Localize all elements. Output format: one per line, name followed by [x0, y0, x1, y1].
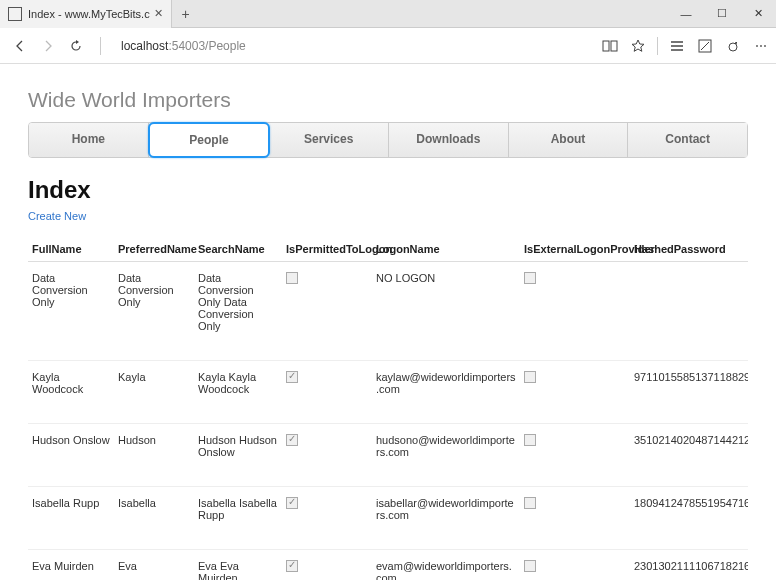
- table-cell: Isabella: [114, 487, 194, 550]
- table-cell: [520, 262, 630, 361]
- people-table: FullNamePreferredNameSearchNameIsPermitt…: [28, 237, 748, 580]
- browser-toolbar: localhost:54003/People ⋯: [0, 28, 776, 64]
- table-cell: Isabella Isabella Rupp: [194, 487, 282, 550]
- back-button[interactable]: [6, 32, 34, 60]
- minimize-button[interactable]: —: [668, 0, 704, 28]
- arrow-left-icon: [13, 39, 27, 53]
- table-cell: Data Conversion Only Data Conversion Onl…: [194, 262, 282, 361]
- table-cell: 230130211110671821631481: [630, 550, 748, 581]
- table-cell: Data Conversion Only: [28, 262, 114, 361]
- table-cell: 180941247855195471691651: [630, 487, 748, 550]
- table-cell: Hudson: [114, 424, 194, 487]
- nav-item-services[interactable]: Services: [269, 123, 389, 157]
- refresh-icon: [69, 39, 83, 53]
- url-path: :54003/People: [168, 39, 245, 53]
- table-cell: evam@wideworldimporters.com: [372, 550, 520, 581]
- table-cell: [282, 424, 372, 487]
- column-header: IsPermittedToLogon: [282, 237, 372, 262]
- table-cell: Eva Eva Muirden: [194, 550, 282, 581]
- create-new-link[interactable]: Create New: [28, 210, 86, 222]
- toolbar-right: ⋯: [601, 37, 770, 55]
- table-cell: [282, 487, 372, 550]
- nav-item-about[interactable]: About: [509, 123, 629, 157]
- table-cell: [520, 361, 630, 424]
- maximize-button[interactable]: ☐: [704, 0, 740, 28]
- checkbox-icon: [286, 434, 298, 446]
- table-cell: [282, 262, 372, 361]
- table-cell: hudsono@wideworldimporters.com: [372, 424, 520, 487]
- svg-rect-0: [603, 41, 609, 51]
- column-header: HashedPassword: [630, 237, 748, 262]
- column-header: LogonName: [372, 237, 520, 262]
- site-title: Wide World Importers: [28, 88, 748, 112]
- hub-icon[interactable]: [668, 37, 686, 55]
- arrow-right-icon: [41, 39, 55, 53]
- table-cell: Kayla: [114, 361, 194, 424]
- table-row: Eva MuirdenEvaEva Eva Muirdenevam@widewo…: [28, 550, 748, 581]
- table-cell: [520, 487, 630, 550]
- table-row: Isabella RuppIsabellaIsabella Isabella R…: [28, 487, 748, 550]
- refresh-button[interactable]: [62, 32, 90, 60]
- table-cell: 351021402048714421234147: [630, 424, 748, 487]
- window-titlebar: Index - www.MyTecBits.c ✕ + — ☐ ✕: [0, 0, 776, 28]
- table-cell: Hudson Hudson Onslow: [194, 424, 282, 487]
- nav-item-downloads[interactable]: Downloads: [389, 123, 509, 157]
- table-cell: [630, 262, 748, 361]
- table-cell: isabellar@wideworldimporters.com: [372, 487, 520, 550]
- share-icon[interactable]: [724, 37, 742, 55]
- forward-button[interactable]: [34, 32, 62, 60]
- table-cell: [520, 424, 630, 487]
- window-controls: — ☐ ✕: [668, 0, 776, 28]
- page-icon: [8, 7, 22, 21]
- notes-icon[interactable]: [696, 37, 714, 55]
- favorite-icon[interactable]: [629, 37, 647, 55]
- table-cell: Kayla Woodcock: [28, 361, 114, 424]
- toolbar-separator: [657, 37, 658, 55]
- page-heading: Index: [28, 176, 748, 204]
- more-icon[interactable]: ⋯: [752, 37, 770, 55]
- checkbox-icon: [524, 272, 536, 284]
- table-cell: 971101558513711882941272: [630, 361, 748, 424]
- checkbox-icon: [286, 497, 298, 509]
- table-body: Data Conversion OnlyData Conversion Only…: [28, 262, 748, 581]
- table-cell: kaylaw@wideworldimporters.com: [372, 361, 520, 424]
- svg-point-6: [729, 43, 737, 51]
- column-header: SearchName: [194, 237, 282, 262]
- checkbox-icon: [524, 497, 536, 509]
- table-cell: [282, 361, 372, 424]
- table-cell: Data Conversion Only: [114, 262, 194, 361]
- table-cell: [282, 550, 372, 581]
- reading-view-icon[interactable]: [601, 37, 619, 55]
- table-row: Hudson OnslowHudsonHudson Hudson Onslowh…: [28, 424, 748, 487]
- column-header: PreferredName: [114, 237, 194, 262]
- main-nav: HomePeopleServicesDownloadsAboutContact: [28, 122, 748, 158]
- svg-rect-1: [611, 41, 617, 51]
- table-row: Data Conversion OnlyData Conversion Only…: [28, 262, 748, 361]
- nav-item-contact[interactable]: Contact: [628, 123, 747, 157]
- checkbox-icon: [524, 434, 536, 446]
- nav-item-home[interactable]: Home: [29, 123, 149, 157]
- table-header-row: FullNamePreferredNameSearchNameIsPermitt…: [28, 237, 748, 262]
- toolbar-separator: [100, 37, 101, 55]
- table-row: Kayla WoodcockKaylaKayla Kayla Woodcockk…: [28, 361, 748, 424]
- nav-item-people[interactable]: People: [148, 122, 271, 158]
- browser-tab[interactable]: Index - www.MyTecBits.c ✕: [0, 0, 172, 28]
- column-header: FullName: [28, 237, 114, 262]
- close-tab-icon[interactable]: ✕: [154, 7, 163, 20]
- table-cell: Isabella Rupp: [28, 487, 114, 550]
- table-cell: Kayla Kayla Woodcock: [194, 361, 282, 424]
- table-cell: [520, 550, 630, 581]
- checkbox-icon: [286, 371, 298, 383]
- close-window-button[interactable]: ✕: [740, 0, 776, 28]
- table-cell: NO LOGON: [372, 262, 520, 361]
- address-bar[interactable]: localhost:54003/People: [121, 39, 246, 53]
- column-header: IsExternalLogonProvider: [520, 237, 630, 262]
- url-host: localhost: [121, 39, 168, 53]
- checkbox-icon: [286, 560, 298, 572]
- checkbox-icon: [524, 560, 536, 572]
- new-tab-button[interactable]: +: [172, 0, 200, 28]
- checkbox-icon: [286, 272, 298, 284]
- table-cell: Hudson Onslow: [28, 424, 114, 487]
- checkbox-icon: [524, 371, 536, 383]
- table-cell: Eva Muirden: [28, 550, 114, 581]
